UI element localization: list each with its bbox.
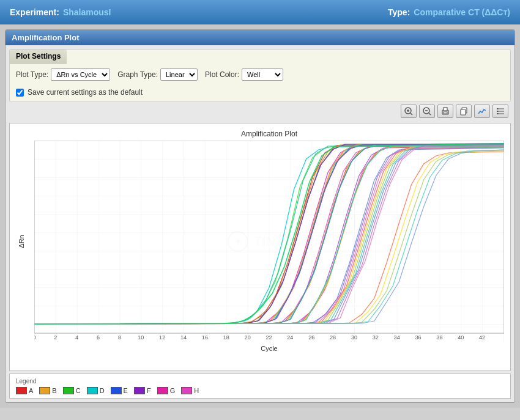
plot-color-label: Plot Color: bbox=[205, 70, 239, 79]
svg-text:28: 28 bbox=[330, 334, 336, 341]
svg-text:10: 10 bbox=[138, 334, 144, 341]
svg-text:0: 0 bbox=[34, 334, 36, 341]
legend-color-box bbox=[134, 387, 145, 394]
legend-panel: Legend ABCDEFGH bbox=[9, 374, 511, 399]
legend-item-label: A bbox=[29, 387, 33, 394]
y-axis-label: ΔRn bbox=[18, 235, 25, 248]
svg-text:4: 4 bbox=[75, 334, 78, 341]
svg-text:32: 32 bbox=[373, 334, 379, 341]
svg-text:36: 36 bbox=[415, 334, 421, 341]
svg-text:20: 20 bbox=[245, 334, 251, 341]
svg-text:30: 30 bbox=[351, 334, 357, 341]
save-default-checkbox[interactable] bbox=[16, 89, 24, 97]
legend-color-box bbox=[157, 387, 168, 394]
legend-color-box bbox=[39, 387, 50, 394]
svg-line-3 bbox=[410, 113, 412, 115]
legend-item: H bbox=[181, 387, 199, 394]
svg-rect-11 bbox=[461, 109, 466, 115]
svg-rect-8 bbox=[444, 108, 447, 111]
plot-color-select[interactable]: Well Sample Target Task bbox=[242, 68, 283, 81]
print-icon bbox=[441, 107, 450, 116]
svg-rect-9 bbox=[444, 112, 447, 114]
legend-item: E bbox=[111, 387, 128, 394]
graph-type-label: Graph Type: bbox=[117, 70, 158, 79]
legend-item-label: F bbox=[147, 387, 151, 394]
legend-toggle-icon bbox=[496, 107, 505, 116]
header-right: Type: Comparative CT (ΔΔCт) bbox=[388, 7, 510, 17]
experiment-label: Experiment: bbox=[10, 7, 59, 17]
print-button[interactable] bbox=[437, 105, 453, 118]
legend-color-box bbox=[111, 387, 122, 394]
svg-line-6 bbox=[429, 113, 431, 115]
legend-color-box bbox=[63, 387, 74, 394]
legend-item-label: G bbox=[170, 387, 176, 394]
svg-text:16: 16 bbox=[202, 334, 208, 341]
svg-text:12: 12 bbox=[159, 334, 165, 341]
legend-item-label: H bbox=[194, 387, 199, 394]
legend-item: A bbox=[16, 387, 33, 394]
legend-toggle-button[interactable] bbox=[492, 105, 508, 118]
legend-item: D bbox=[87, 387, 105, 394]
type-label: Type: bbox=[388, 7, 410, 17]
svg-text:8: 8 bbox=[118, 334, 121, 341]
legend-title: Legend bbox=[16, 378, 504, 385]
save-default-label: Save current settings as the default bbox=[28, 88, 143, 97]
zoom-in-button[interactable] bbox=[401, 105, 417, 118]
legend-item-label: B bbox=[52, 387, 56, 394]
chart-settings-icon bbox=[478, 107, 486, 116]
toolbar bbox=[6, 102, 514, 120]
plot-settings-tab: Plot Settings Plot Type: ΔRn vs Cycle Rn… bbox=[9, 49, 511, 102]
svg-text:18: 18 bbox=[223, 334, 229, 341]
svg-text:40: 40 bbox=[458, 334, 464, 341]
header-left: Experiment: ShalamousI bbox=[10, 7, 111, 17]
svg-rect-21 bbox=[34, 141, 504, 342]
legend-item: F bbox=[134, 387, 151, 394]
graph-type-group: Graph Type: Linear Log bbox=[117, 68, 198, 81]
header: Experiment: ShalamousI Type: Comparative… bbox=[0, 0, 520, 24]
plot-type-label: Plot Type: bbox=[16, 70, 48, 79]
legend-item-label: C bbox=[76, 387, 81, 394]
legend-color-box bbox=[16, 387, 27, 394]
amplification-panel: Amplification Plot Plot Settings Plot Ty… bbox=[5, 29, 515, 403]
svg-text:2: 2 bbox=[54, 334, 57, 341]
legend-item-label: E bbox=[124, 387, 128, 394]
svg-text:24: 24 bbox=[287, 334, 293, 341]
checkbox-row: Save current settings as the default bbox=[10, 86, 510, 101]
plot-type-group: Plot Type: ΔRn vs Cycle Rn vs Cycle bbox=[16, 68, 110, 81]
legend-item-label: D bbox=[100, 387, 105, 394]
main-content: Amplification Plot Plot Settings Plot Ty… bbox=[0, 24, 520, 408]
legend-color-box bbox=[181, 387, 192, 394]
svg-text:14: 14 bbox=[180, 334, 187, 341]
chart-title: Amplification Plot bbox=[34, 130, 504, 138]
svg-text:34: 34 bbox=[394, 334, 400, 341]
chart-area: ΔRn ✦ TINZYME bbox=[34, 141, 504, 342]
plot-color-group: Plot Color: Well Sample Target Task bbox=[205, 68, 283, 81]
x-axis-label: Cycle bbox=[34, 345, 504, 352]
zoom-in-icon bbox=[404, 107, 413, 116]
legend-items: ABCDEFGH bbox=[16, 387, 504, 394]
chart-container: Amplification Plot ΔRn ✦ TINZYME bbox=[9, 123, 511, 371]
legend-item: B bbox=[39, 387, 56, 394]
type-value: Comparative CT (ΔΔCт) bbox=[414, 7, 510, 17]
graph-type-select[interactable]: Linear Log bbox=[160, 68, 198, 81]
tab-header[interactable]: Plot Settings bbox=[10, 50, 67, 64]
legend-color-box bbox=[87, 387, 98, 394]
chart-settings-button[interactable] bbox=[474, 105, 490, 118]
svg-text:38: 38 bbox=[436, 334, 442, 341]
experiment-value: ShalamousI bbox=[63, 7, 111, 17]
panel-title: Amplification Plot bbox=[6, 30, 514, 45]
zoom-out-icon bbox=[423, 107, 431, 116]
svg-text:22: 22 bbox=[266, 334, 272, 341]
svg-text:26: 26 bbox=[308, 334, 314, 341]
plot-type-select[interactable]: ΔRn vs Cycle Rn vs Cycle bbox=[51, 68, 110, 81]
copy-button[interactable] bbox=[456, 105, 472, 118]
chart-svg: 5.0 4.5 4.0 3.5 3.0 2.5 2.0 1.5 1.0 0.5 … bbox=[34, 141, 504, 342]
settings-row: Plot Type: ΔRn vs Cycle Rn vs Cycle Grap… bbox=[10, 64, 510, 86]
svg-text:6: 6 bbox=[97, 334, 100, 341]
copy-icon bbox=[459, 107, 468, 116]
legend-item: G bbox=[157, 387, 176, 394]
legend-item: C bbox=[63, 387, 81, 394]
svg-text:42: 42 bbox=[479, 334, 485, 341]
zoom-out-button[interactable] bbox=[419, 105, 435, 118]
